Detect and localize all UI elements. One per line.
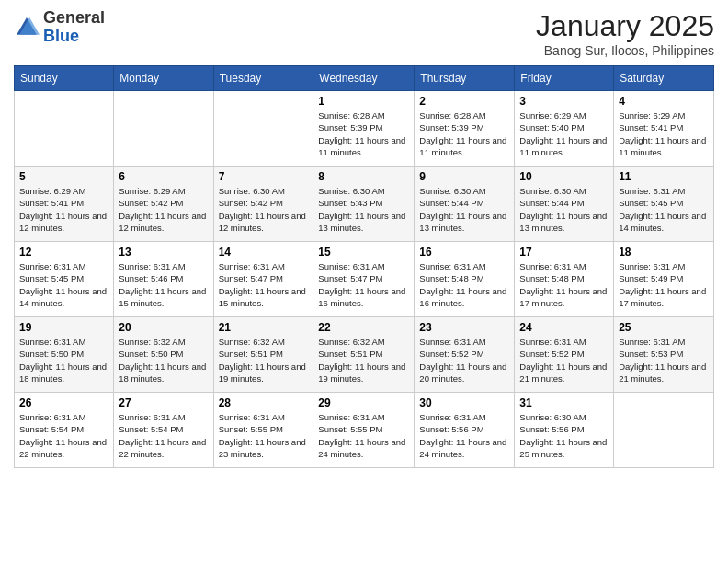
col-header-friday: Friday (515, 66, 614, 91)
cell-day-number: 27 (119, 396, 208, 409)
cell-day-number: 11 (619, 170, 709, 183)
calendar-cell (114, 91, 213, 167)
cell-day-number: 6 (119, 170, 208, 183)
cell-day-number: 14 (219, 246, 309, 259)
cell-info: Sunrise: 6:31 AM Sunset: 5:55 PM Dayligh… (219, 411, 309, 460)
cell-day-number: 5 (19, 170, 108, 183)
cell-info: Sunrise: 6:28 AM Sunset: 5:39 PM Dayligh… (419, 109, 509, 158)
calendar-cell: 15Sunrise: 6:31 AM Sunset: 5:47 PM Dayli… (313, 242, 415, 317)
calendar-cell: 9Sunrise: 6:30 AM Sunset: 5:44 PM Daylig… (415, 167, 515, 242)
cell-day-number: 20 (119, 321, 208, 334)
logo-blue: Blue (43, 27, 79, 45)
logo-general: General (43, 8, 105, 27)
cell-info: Sunrise: 6:31 AM Sunset: 5:54 PM Dayligh… (19, 411, 108, 460)
calendar: SundayMondayTuesdayWednesdayThursdayFrid… (14, 65, 714, 468)
cell-info: Sunrise: 6:31 AM Sunset: 5:50 PM Dayligh… (19, 336, 108, 385)
location: Banog Sur, Ilocos, Philippines (536, 43, 714, 58)
cell-day-number: 15 (318, 246, 409, 259)
calendar-cell: 14Sunrise: 6:31 AM Sunset: 5:47 PM Dayli… (213, 242, 313, 317)
cell-day-number: 3 (519, 95, 609, 108)
header: General Blue January 2025 Banog Sur, Ilo… (14, 9, 714, 58)
calendar-cell: 18Sunrise: 6:31 AM Sunset: 5:49 PM Dayli… (614, 242, 714, 317)
cell-day-number: 1 (318, 95, 409, 108)
cell-info: Sunrise: 6:30 AM Sunset: 5:44 PM Dayligh… (519, 185, 609, 234)
calendar-cell: 27Sunrise: 6:31 AM Sunset: 5:54 PM Dayli… (114, 393, 213, 468)
cell-info: Sunrise: 6:32 AM Sunset: 5:51 PM Dayligh… (318, 336, 409, 385)
calendar-cell: 10Sunrise: 6:30 AM Sunset: 5:44 PM Dayli… (515, 167, 614, 242)
cell-info: Sunrise: 6:31 AM Sunset: 5:45 PM Dayligh… (19, 260, 108, 309)
cell-day-number: 8 (318, 170, 409, 183)
cell-info: Sunrise: 6:31 AM Sunset: 5:54 PM Dayligh… (119, 411, 208, 460)
cell-day-number: 12 (19, 246, 108, 259)
calendar-cell: 29Sunrise: 6:31 AM Sunset: 5:55 PM Dayli… (313, 393, 415, 468)
cell-info: Sunrise: 6:30 AM Sunset: 5:43 PM Dayligh… (318, 185, 409, 234)
calendar-cell: 3Sunrise: 6:29 AM Sunset: 5:40 PM Daylig… (515, 91, 614, 167)
col-header-sunday: Sunday (15, 66, 114, 91)
calendar-cell: 7Sunrise: 6:30 AM Sunset: 5:42 PM Daylig… (213, 167, 313, 242)
calendar-cell: 17Sunrise: 6:31 AM Sunset: 5:48 PM Dayli… (515, 242, 614, 317)
calendar-cell: 28Sunrise: 6:31 AM Sunset: 5:55 PM Dayli… (213, 393, 313, 468)
col-header-monday: Monday (114, 66, 213, 91)
calendar-cell: 20Sunrise: 6:32 AM Sunset: 5:50 PM Dayli… (114, 317, 213, 393)
title-block: January 2025 Banog Sur, Ilocos, Philippi… (536, 9, 714, 58)
cell-info: Sunrise: 6:29 AM Sunset: 5:41 PM Dayligh… (19, 185, 108, 234)
page: General Blue January 2025 Banog Sur, Ilo… (0, 0, 728, 563)
calendar-cell: 25Sunrise: 6:31 AM Sunset: 5:53 PM Dayli… (614, 317, 714, 393)
week-row-0: 1Sunrise: 6:28 AM Sunset: 5:39 PM Daylig… (15, 91, 714, 167)
cell-day-number: 7 (219, 170, 309, 183)
cell-day-number: 28 (219, 396, 309, 409)
week-row-1: 5Sunrise: 6:29 AM Sunset: 5:41 PM Daylig… (15, 167, 714, 242)
calendar-cell: 8Sunrise: 6:30 AM Sunset: 5:43 PM Daylig… (313, 167, 415, 242)
cell-day-number: 26 (19, 396, 108, 409)
cell-info: Sunrise: 6:32 AM Sunset: 5:50 PM Dayligh… (119, 336, 208, 385)
calendar-cell: 30Sunrise: 6:31 AM Sunset: 5:56 PM Dayli… (415, 393, 515, 468)
cell-info: Sunrise: 6:29 AM Sunset: 5:41 PM Dayligh… (619, 109, 709, 158)
cell-info: Sunrise: 6:31 AM Sunset: 5:47 PM Dayligh… (219, 260, 309, 309)
cell-day-number: 31 (519, 396, 609, 409)
cell-day-number: 19 (19, 321, 108, 334)
cell-info: Sunrise: 6:32 AM Sunset: 5:51 PM Dayligh… (219, 336, 309, 385)
logo: General Blue (14, 9, 105, 46)
cell-day-number: 13 (119, 246, 208, 259)
cell-info: Sunrise: 6:31 AM Sunset: 5:52 PM Dayligh… (519, 336, 609, 385)
logo-icon (14, 15, 40, 40)
cell-info: Sunrise: 6:31 AM Sunset: 5:49 PM Dayligh… (619, 260, 709, 309)
cell-info: Sunrise: 6:31 AM Sunset: 5:46 PM Dayligh… (119, 260, 208, 309)
cell-day-number: 10 (519, 170, 609, 183)
cell-day-number: 17 (519, 246, 609, 259)
calendar-cell: 12Sunrise: 6:31 AM Sunset: 5:45 PM Dayli… (15, 242, 114, 317)
cell-day-number: 18 (619, 246, 709, 259)
cell-info: Sunrise: 6:31 AM Sunset: 5:52 PM Dayligh… (419, 336, 509, 385)
header-row: SundayMondayTuesdayWednesdayThursdayFrid… (15, 66, 714, 91)
calendar-cell: 21Sunrise: 6:32 AM Sunset: 5:51 PM Dayli… (213, 317, 313, 393)
calendar-cell (15, 91, 114, 167)
cell-day-number: 4 (619, 95, 709, 108)
calendar-cell: 1Sunrise: 6:28 AM Sunset: 5:39 PM Daylig… (313, 91, 415, 167)
cell-day-number: 22 (318, 321, 409, 334)
cell-info: Sunrise: 6:31 AM Sunset: 5:45 PM Dayligh… (619, 185, 709, 234)
calendar-cell (213, 91, 313, 167)
week-row-3: 19Sunrise: 6:31 AM Sunset: 5:50 PM Dayli… (15, 317, 714, 393)
cell-day-number: 9 (419, 170, 509, 183)
col-header-thursday: Thursday (415, 66, 515, 91)
col-header-tuesday: Tuesday (213, 66, 313, 91)
cell-day-number: 25 (619, 321, 709, 334)
cell-day-number: 23 (419, 321, 509, 334)
cell-info: Sunrise: 6:31 AM Sunset: 5:53 PM Dayligh… (619, 336, 709, 385)
month-title: January 2025 (536, 9, 714, 43)
cell-info: Sunrise: 6:31 AM Sunset: 5:56 PM Dayligh… (419, 411, 509, 460)
cell-day-number: 29 (318, 396, 409, 409)
week-row-4: 26Sunrise: 6:31 AM Sunset: 5:54 PM Dayli… (15, 393, 714, 468)
col-header-saturday: Saturday (614, 66, 714, 91)
calendar-cell: 5Sunrise: 6:29 AM Sunset: 5:41 PM Daylig… (15, 167, 114, 242)
calendar-cell: 16Sunrise: 6:31 AM Sunset: 5:48 PM Dayli… (415, 242, 515, 317)
calendar-cell: 26Sunrise: 6:31 AM Sunset: 5:54 PM Dayli… (15, 393, 114, 468)
calendar-cell (614, 393, 714, 468)
cell-info: Sunrise: 6:30 AM Sunset: 5:56 PM Dayligh… (519, 411, 609, 460)
calendar-cell: 23Sunrise: 6:31 AM Sunset: 5:52 PM Dayli… (415, 317, 515, 393)
cell-day-number: 24 (519, 321, 609, 334)
cell-day-number: 21 (219, 321, 309, 334)
cell-day-number: 30 (419, 396, 509, 409)
calendar-cell: 11Sunrise: 6:31 AM Sunset: 5:45 PM Dayli… (614, 167, 714, 242)
cell-info: Sunrise: 6:28 AM Sunset: 5:39 PM Dayligh… (318, 109, 409, 158)
